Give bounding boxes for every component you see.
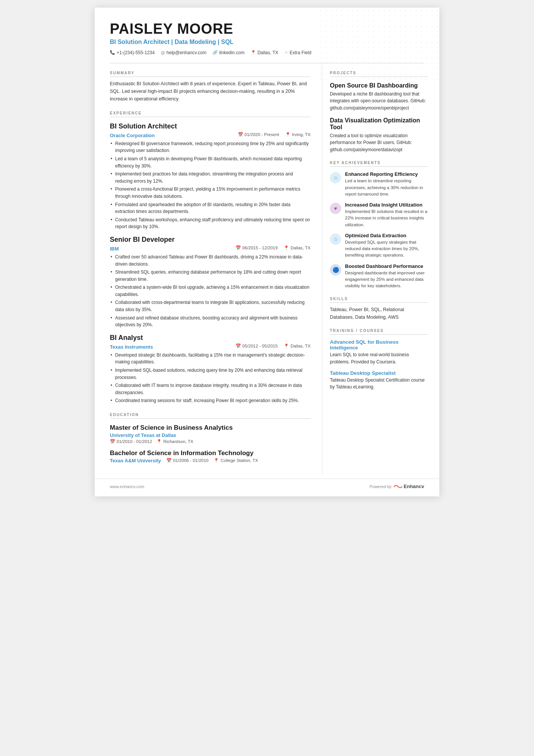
achievement-2-title: Increased Data Insight Utilization xyxy=(345,202,428,208)
contact-bar: 📞 +1-(234)-555-1234 @ help@enhancv.com 🔗… xyxy=(110,50,424,55)
job-1-company: Oracle Corporation xyxy=(110,133,155,138)
extra-contact: ☆ Extra Field xyxy=(284,50,311,55)
achievement-3-icon: ☆ xyxy=(330,233,341,245)
edu-2-school-meta: Texas A&M University 📅 01/2006 - 01/2010… xyxy=(110,457,311,463)
job-1-location: 📍 Irving, TX xyxy=(285,132,311,137)
achievement-3-text: Optimized Data Extraction Developed SQL … xyxy=(345,233,428,259)
star-icon: ☆ xyxy=(284,50,288,55)
phone-value: +1-(234)-555-1234 xyxy=(117,50,155,55)
pin-icon: 📍 xyxy=(284,245,289,250)
edu-2-date-item: 📅 01/2006 - 01/2010 xyxy=(166,458,208,463)
footer-website: www.enhancv.com xyxy=(110,484,144,489)
phone-icon: 📞 xyxy=(110,50,115,55)
project-2-title: Data Visualization Optimization Tool xyxy=(330,117,428,131)
achievement-1-title: Enhanced Reporting Efficiency xyxy=(345,171,428,177)
edu-1-school: University of Texas at Dallas xyxy=(110,432,311,438)
candidate-name: PAISLEY MOORE xyxy=(110,21,424,37)
job-1-title: BI Solution Architect xyxy=(110,122,311,130)
pin-icon: 📍 xyxy=(214,458,219,463)
job-2-meta-row: IBM 📅 06/2015 - 12/2019 📍 Dallas, TX xyxy=(110,244,311,254)
pin-icon: 📍 xyxy=(156,439,162,444)
course-2: Tableau Desktop Specialist Tableau Deskt… xyxy=(330,370,428,391)
edu-1-location-item: 📍 Richardson, TX xyxy=(156,439,193,444)
edu-2: Bachelor of Science in Information Techn… xyxy=(110,449,311,463)
left-column: SUMMARY Enthusiastic BI Solution Archite… xyxy=(95,63,322,475)
linkedin-icon: 🔗 xyxy=(212,50,218,55)
course-1-title: Advanced SQL for Business Intelligence xyxy=(330,339,428,351)
achievement-1-text: Enhanced Reporting Efficiency Led a team… xyxy=(345,171,428,197)
job-3-title: BI Analyst xyxy=(110,334,311,342)
job-1: BI Solution Architect Oracle Corporation… xyxy=(110,122,311,230)
achievement-1-desc: Led a team to streamline reporting proce… xyxy=(345,178,428,197)
bullet-item: Formulated and spearheaded the adoption … xyxy=(110,201,311,215)
bullet-item: Crafted over 50 advanced Tableau and Pow… xyxy=(110,254,311,268)
header-section: PAISLEY MOORE BI Solution Architect | Da… xyxy=(95,8,439,63)
achievement-2-icon: ♥ xyxy=(330,203,341,214)
job-1-meta: 📅 01/2020 - Present 📍 Irving, TX xyxy=(238,132,311,137)
achievement-2-text: Increased Data Insight Utilization Imple… xyxy=(345,202,428,228)
job-2-date: 📅 06/2015 - 12/2019 xyxy=(236,245,278,250)
course-1-desc: Learn SQL to solve real-world business p… xyxy=(330,351,428,365)
calendar-icon: 📅 xyxy=(110,439,115,444)
footer-powered-by: Powered by Enhancv xyxy=(370,484,424,489)
pin-icon: 📍 xyxy=(285,132,290,137)
edu-2-school: Texas A&M University xyxy=(110,458,161,463)
email-value: help@enhancv.com xyxy=(167,50,206,55)
skills-text: Tableau, Power BI, SQL, Relational Datab… xyxy=(330,306,428,321)
project-1: Open Source BI Dashboarding Developed a … xyxy=(330,82,428,112)
course-1: Advanced SQL for Business Intelligence L… xyxy=(330,339,428,365)
achievement-4-title: Boosted Dashboard Performance xyxy=(345,263,428,269)
footer: www.enhancv.com Powered by Enhancv xyxy=(95,479,439,494)
phone-contact: 📞 +1-(234)-555-1234 xyxy=(110,50,155,55)
email-icon: @ xyxy=(161,50,165,55)
job-1-date: 📅 01/2020 - Present xyxy=(238,132,279,137)
bullet-item: Conducted Tableau workshops, enhancing s… xyxy=(110,216,311,230)
location-icon: 📍 xyxy=(251,50,256,55)
job-3-location: 📍 Dallas, TX xyxy=(284,343,311,349)
edu-2-location-item: 📍 College Station, TX xyxy=(214,458,258,463)
pin-icon: 📍 xyxy=(284,343,289,349)
job-2-bullets: Crafted over 50 advanced Tableau and Pow… xyxy=(110,254,311,329)
job-3-date: 📅 05/2012 - 05/2015 xyxy=(236,343,278,349)
project-2-desc: Created a tool to optimize visualization… xyxy=(330,132,428,153)
job-1-bullets: Redesigned BI governance framework, redu… xyxy=(110,140,311,230)
linkedin-contact: 🔗 linkedin.com xyxy=(212,50,245,55)
bullet-item: Coordinated training sessions for staff,… xyxy=(110,397,311,404)
job-2-meta: 📅 06/2015 - 12/2019 📍 Dallas, TX xyxy=(236,245,311,250)
skills-label: SKILLS xyxy=(330,297,428,303)
bullet-item: Streamlined SQL queries, enhancing datab… xyxy=(110,269,311,283)
job-2-title: Senior BI Developer xyxy=(110,236,311,244)
brand-name: Enhancv xyxy=(404,484,424,489)
courses-label: TRAINING / COURSES xyxy=(330,329,428,335)
achievement-4: 🔵 Boosted Dashboard Performance Designed… xyxy=(330,263,428,290)
summary-text: Enthusiastic BI Solution Architect with … xyxy=(110,80,311,103)
bullet-item: Collaborated with cross-departmental tea… xyxy=(110,299,311,313)
experience-label: EXPERIENCE xyxy=(110,111,311,117)
achievement-3: ☆ Optimized Data Extraction Developed SQ… xyxy=(330,233,428,259)
location-value: Dallas, TX xyxy=(258,50,278,55)
bullet-item: Pioneered a cross-functional BI project,… xyxy=(110,186,311,200)
edu-1-date-item: 📅 01/2010 - 01/2012 xyxy=(110,439,152,444)
bullet-item: Developed strategic BI dashboards, facil… xyxy=(110,352,311,366)
job-3-bullets: Developed strategic BI dashboards, facil… xyxy=(110,352,311,404)
powered-by-text: Powered by xyxy=(370,484,392,489)
achievements-label: KEY ACHIEVEMENTS xyxy=(330,161,428,167)
enhancv-logo-svg xyxy=(394,484,402,489)
job-3-company: Texas Instruments xyxy=(110,344,153,350)
achievement-4-text: Boosted Dashboard Performance Designed d… xyxy=(345,263,428,290)
job-2: Senior BI Developer IBM 📅 06/2015 - 12/2… xyxy=(110,236,311,329)
bullet-item: Assessed and refined database structures… xyxy=(110,315,311,329)
achievement-2-desc: Implemented BI solutions that resulted i… xyxy=(345,208,428,228)
calendar-icon: 📅 xyxy=(236,245,241,250)
enhancv-logo: Enhancv xyxy=(394,484,424,489)
achievement-3-title: Optimized Data Extraction xyxy=(345,233,428,238)
achievement-1: ☆ Enhanced Reporting Efficiency Led a te… xyxy=(330,171,428,197)
bullet-item: Orchestrated a system-wide BI tool upgra… xyxy=(110,284,311,298)
achievement-3-desc: Developed SQL query strategies that redu… xyxy=(345,239,428,259)
calendar-icon: 📅 xyxy=(166,458,172,463)
bullet-item: Collaborated with IT teams to improve da… xyxy=(110,382,311,396)
job-3: BI Analyst Texas Instruments 📅 05/2012 -… xyxy=(110,334,311,404)
project-1-desc: Developed a niche BI dashboarding tool t… xyxy=(330,91,428,112)
job-2-location: 📍 Dallas, TX xyxy=(284,245,311,250)
bullet-item: Redesigned BI governance framework, redu… xyxy=(110,140,311,154)
